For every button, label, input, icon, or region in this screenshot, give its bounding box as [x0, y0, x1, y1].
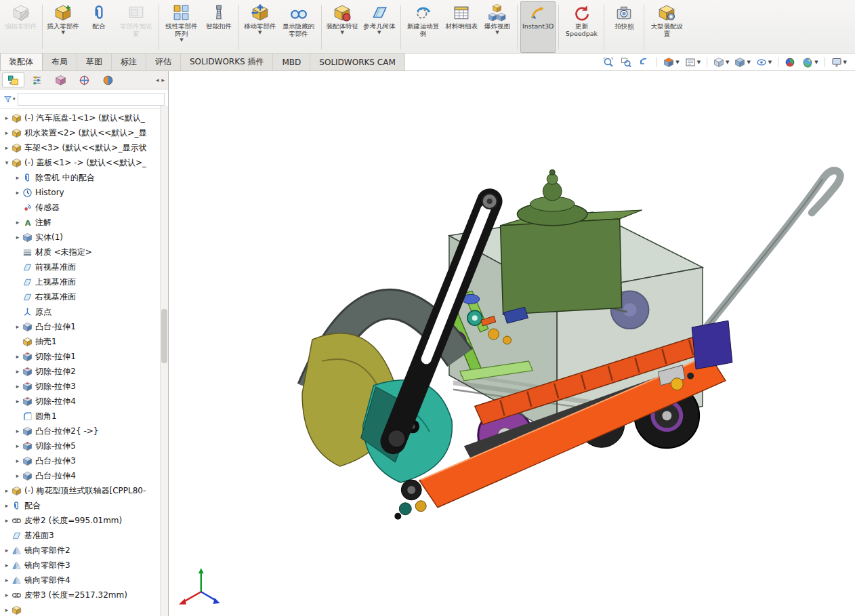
expand-arrow[interactable]: ▸ [3, 502, 11, 509]
tree-item[interactable]: ▸ 镜向零部件4 [0, 573, 160, 588]
ribbon-button[interactable]: 显示隐藏的零部件 [279, 1, 318, 53]
command-tab[interactable]: 评估 [146, 54, 181, 70]
tree-item[interactable]: 基准面3 [0, 528, 160, 543]
tree-item[interactable]: 前视基准面 [0, 260, 160, 274]
tree-item[interactable]: ▸ 凸台-拉伸2{ ->} [0, 424, 160, 438]
tree-item[interactable]: ▸ 凸台-拉伸4 [0, 468, 160, 483]
expand-arrow[interactable]: ▸ [14, 428, 22, 434]
ribbon-button[interactable]: 配合 [82, 1, 116, 53]
view-tool-button[interactable] [602, 56, 617, 68]
view-tool-button[interactable] [783, 56, 798, 68]
ribbon-button[interactable]: 线性零部件阵列 ▼ [162, 1, 201, 53]
tree-item[interactable]: ▸ 皮带3 (长度=2517.32mm) [0, 588, 160, 602]
tree-item[interactable]: ▾ (-) 盖板<1> -> (默认<<默认>_ [0, 155, 160, 170]
ribbon-button[interactable]: 智能扣件 [202, 1, 236, 53]
view-tool-button[interactable]: ▼ [830, 56, 848, 68]
ribbon-button[interactable]: 零部件预览窗 [117, 1, 156, 53]
tree-item[interactable]: ▸ 切除-拉伸2 [0, 364, 160, 379]
tree-item[interactable]: ▸ 凸台-拉伸1 [0, 319, 160, 334]
expand-arrow[interactable]: ▸ [3, 487, 11, 494]
tree-item[interactable]: ▸ (-) 汽车底盘-1<1> (默认<默认_ [0, 110, 160, 125]
panel-tab-back[interactable]: ◂ [156, 77, 159, 83]
view-tool-button[interactable]: ▼ [755, 56, 773, 68]
command-tab[interactable]: SOLIDWORKS CAM [310, 54, 404, 70]
expand-arrow[interactable]: ▸ [3, 562, 11, 569]
tree-item[interactable]: ▸ 实体(1) [0, 230, 160, 245]
view-tool-button[interactable]: ▼ [733, 56, 751, 68]
tree-item[interactable]: ▸ 切除-拉伸5 [0, 438, 160, 453]
expand-arrow[interactable]: ▸ [3, 547, 11, 554]
tree-item[interactable]: 原点 [0, 304, 160, 319]
tree-item[interactable]: 材质 <未指定> [0, 245, 160, 260]
filter-input[interactable] [18, 93, 165, 106]
tree-item[interactable]: 传感器 [0, 200, 160, 215]
tree-item[interactable]: ▸ 切除-拉伸4 [0, 394, 160, 409]
expand-arrow[interactable]: ▸ [3, 592, 11, 598]
panel-tab-forward[interactable]: ▸ [161, 77, 165, 83]
ribbon-button[interactable]: 参考几何体 ▼ [361, 1, 398, 53]
panel-tab[interactable] [49, 73, 72, 87]
expand-arrow[interactable]: ▸ [3, 144, 11, 151]
ribbon-button[interactable]: 新建运动算例 [404, 1, 443, 53]
tree-item[interactable]: ▸ 切除-拉伸1 [0, 349, 160, 364]
expand-arrow[interactable]: ▸ [14, 323, 22, 330]
command-tab[interactable]: 布局 [43, 54, 77, 70]
view-tool-button[interactable] [619, 56, 634, 68]
filter-caret[interactable]: ▾ [13, 96, 16, 102]
ribbon-button[interactable]: 大型装配设置 [647, 1, 686, 53]
expand-arrow[interactable]: ▸ [14, 189, 22, 196]
filter-funnel-icon[interactable] [3, 95, 12, 104]
expand-arrow[interactable]: ▸ [14, 398, 22, 405]
expand-arrow[interactable]: ▸ [14, 368, 22, 375]
expand-arrow[interactable]: ▸ [14, 234, 22, 241]
tree-item[interactable]: ▸ 除雪机 中的配合 [0, 170, 160, 185]
ribbon-button[interactable]: 爆炸视图 ▼ [480, 1, 514, 53]
tree-item[interactable]: 抽壳1 [0, 334, 160, 349]
scrollbar-thumb[interactable] [161, 309, 167, 363]
tree-item[interactable]: 上视基准面 [0, 274, 160, 289]
expand-arrow[interactable]: ▸ [14, 219, 22, 226]
expand-arrow[interactable]: ▸ [3, 517, 11, 524]
expand-arrow[interactable]: ▸ [14, 353, 22, 360]
ribbon-button[interactable]: Instant3D [520, 1, 556, 53]
panel-tab[interactable] [2, 73, 24, 87]
tree-item[interactable]: ▸ 镜向零部件2 [0, 543, 160, 558]
panel-tab[interactable] [97, 73, 119, 87]
expand-arrow[interactable]: ▸ [3, 577, 11, 583]
expand-arrow[interactable]: ▸ [3, 129, 11, 136]
expand-arrow[interactable]: ▸ [3, 607, 11, 613]
ribbon-button[interactable]: 拍快照 [607, 1, 641, 53]
expand-arrow[interactable]: ▸ [14, 383, 22, 390]
view-tool-button[interactable]: ▼ [662, 56, 680, 68]
tree-item[interactable]: ▸ A 注解 [0, 215, 160, 230]
tree-item[interactable]: ▸ 车架<3> (默认<<默认>_显示状 [0, 140, 160, 155]
tree-item[interactable]: ▸ 切除-拉伸3 [0, 379, 160, 394]
expand-arrow[interactable]: ▸ [14, 174, 22, 181]
view-tool-button[interactable]: ▼ [712, 56, 730, 68]
expand-arrow[interactable]: ▸ [14, 443, 22, 449]
tree-item[interactable]: ▸ History [0, 185, 160, 200]
command-tab[interactable]: 草图 [77, 54, 112, 70]
ribbon-button[interactable]: 更新 Speedpak [562, 1, 601, 53]
tree-scrollbar[interactable] [160, 106, 168, 616]
view-tool-button[interactable] [637, 56, 652, 68]
tree-item[interactable]: ▸ 镜向零部件3 [0, 558, 160, 573]
tree-item[interactable]: ▸ 积水装置<2> (默认<<默认>_显 [0, 125, 160, 140]
tree-item[interactable]: 圆角1 [0, 409, 160, 424]
view-tool-button[interactable]: ▼ [684, 56, 702, 68]
tree-item[interactable]: ▸ 配合 [0, 498, 160, 513]
ribbon-button[interactable]: 装配体特征 ▼ [325, 1, 361, 53]
command-tab[interactable]: 标注 [112, 54, 146, 70]
tree-item[interactable]: ▸ [0, 602, 160, 616]
tree-item[interactable]: ▸ (-) 梅花型顶丝式联轴器[CPPL80- [0, 483, 160, 498]
graphics-viewport[interactable] [169, 71, 855, 616]
expand-arrow[interactable]: ▸ [14, 457, 22, 464]
panel-tab[interactable] [26, 73, 48, 87]
expand-arrow[interactable]: ▸ [14, 472, 22, 479]
command-tab[interactable]: MBD [273, 54, 310, 70]
ribbon-button[interactable]: 编辑零部件 [3, 1, 39, 53]
ribbon-button[interactable]: 移动零部件 ▼ [242, 1, 278, 53]
expand-arrow[interactable]: ▸ [3, 115, 11, 121]
ribbon-button[interactable]: 材料明细表 [444, 1, 480, 53]
expand-arrow[interactable]: ▾ [3, 159, 11, 166]
